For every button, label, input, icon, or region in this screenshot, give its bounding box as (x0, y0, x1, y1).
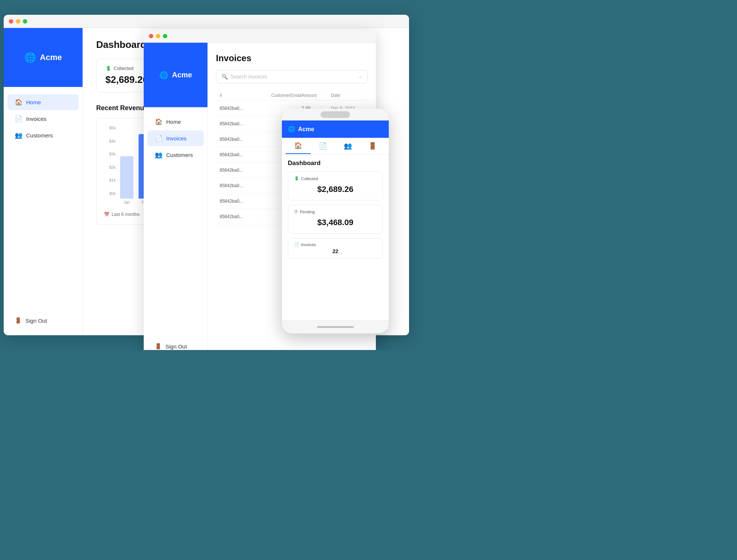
y-label-2k: $2k (104, 165, 116, 169)
row-id: 85842ba0... (220, 199, 271, 204)
collected-value: $2,689.26 (105, 74, 148, 85)
row-id: 85842ba0... (220, 137, 271, 142)
sidebar-invoices-label: Invoices (26, 116, 46, 122)
phone-invoices-card: 📄 Invoices 22 (288, 238, 383, 258)
phone-bottom-bar (282, 320, 389, 333)
home-icon-2: 🏠 (155, 118, 163, 126)
invoices-icon-2: 📄 (155, 134, 163, 142)
invoices-title: Invoices (216, 53, 368, 63)
phone-invoices-label: 📄 Invoices (294, 242, 377, 247)
sidebar-1: 🌐 Acme 🏠 Home 📄 Invoices 👥 Customers (4, 28, 83, 335)
phone-tab-invoices[interactable]: 📄 (311, 138, 336, 154)
y-axis-labels: $0k $1k $2k $3k $4k $5k (104, 126, 116, 204)
titlebar-1 (4, 15, 409, 28)
bar-jan-rect (120, 156, 133, 199)
row-id: 85842ba0... (220, 168, 271, 173)
phone-tabs: 🏠 📄 👥 🚪 (282, 138, 389, 154)
phone-content: Dashboard 💲 Collected $2,689.26 ⏱ Pendin… (282, 154, 389, 320)
sidebar-item-home[interactable]: 🏠 Home (7, 94, 79, 110)
col-amount: Amount (301, 93, 331, 98)
phone-window: 🌐 Acme 🏠 📄 👥 🚪 Dashboard 💲 Collected $2,… (282, 109, 389, 333)
close-button[interactable] (9, 19, 13, 24)
bar-jan: Jan (120, 156, 133, 204)
phone-pending-label: ⏱ Pending (294, 210, 377, 214)
y-label-1k: $1k (104, 178, 116, 182)
sidebar2-bottom: 🚪 Sign Out (144, 334, 207, 350)
sidebar2-item-invoices[interactable]: 📄 Invoices (147, 130, 204, 146)
titlebar-2 (144, 29, 376, 43)
chart-footer-label: Last 6 months (112, 212, 139, 217)
app-name: Acme (40, 53, 62, 62)
phone-pending-value: $3,468.09 (294, 216, 377, 229)
y-label-5k: $5k (104, 126, 116, 130)
sidebar2-item-customers[interactable]: 👥 Customers (147, 147, 204, 163)
home-icon: 🏠 (15, 98, 22, 106)
phone-clock-icon: ⏱ (294, 210, 298, 214)
row-id: 85842ba0... (220, 106, 271, 111)
sidebar-item-invoices[interactable]: 📄 Invoices (7, 111, 79, 127)
app-name-2: Acme (172, 71, 192, 79)
sidebar-logo: 🌐 Acme (4, 28, 83, 87)
phone-collected-card: 💲 Collected $2,689.26 (288, 171, 383, 200)
phone-notch-bar (282, 109, 389, 120)
max-btn-2[interactable] (163, 34, 167, 38)
phone-tab-customers[interactable]: 👥 (335, 138, 360, 154)
sidebar-item-customers[interactable]: 👥 Customers (7, 127, 79, 143)
phone-tab-signout[interactable]: 🚪 (360, 138, 385, 154)
search-arrow-icon: → (357, 74, 362, 80)
sidebar-home-label: Home (26, 99, 41, 105)
y-label-3k: $3k (104, 152, 116, 156)
maximize-button[interactable] (23, 19, 27, 24)
customers-icon-2: 👥 (155, 151, 163, 159)
customers-icon: 👥 (15, 132, 22, 139)
minimize-button[interactable] (16, 19, 20, 24)
phone-notch (321, 111, 350, 118)
sign-out-label-2: Sign Out (165, 343, 187, 350)
globe-icon-3: 🌐 (288, 126, 295, 133)
sign-out-label: Sign Out (25, 318, 47, 324)
row-id: 85842ba0... (220, 121, 271, 126)
close-btn-2[interactable] (149, 34, 153, 38)
phone-header: 🌐 Acme (282, 120, 389, 138)
home-indicator (317, 326, 354, 328)
bar-jan-label: Jan (123, 200, 130, 204)
phone-tab-home[interactable]: 🏠 (286, 138, 311, 154)
col-hash: # (220, 93, 271, 98)
row-id: 85842ba0... (220, 183, 271, 188)
table-header: # Customer Email Amount Date (216, 91, 368, 101)
search-bar[interactable]: 🔍 Search invoices → (216, 70, 368, 83)
col-email: Email (290, 93, 301, 98)
sidebar-nav: 🏠 Home 📄 Invoices 👥 Customers (4, 87, 83, 308)
search-placeholder: Search invoices (231, 74, 267, 80)
sidebar2-logo: 🌐 Acme (144, 43, 207, 107)
sidebar2-invoices-label: Invoices (166, 135, 186, 141)
sidebar-customers-label: Customers (26, 132, 53, 139)
collected-label: 💲 Collected (105, 66, 148, 71)
phone-collected-value: $2,689.26 (294, 183, 377, 196)
sidebar2-item-home[interactable]: 🏠 Home (147, 114, 204, 130)
signout-icon-2: 🚪 (155, 343, 162, 350)
invoices-icon: 📄 (15, 115, 22, 123)
phone-invoices-value: 22 (294, 248, 377, 254)
y-label-0k: $0k (104, 191, 116, 196)
row-id: 85842ba0... (220, 214, 271, 219)
phone-app-name: Acme (298, 126, 314, 133)
phone-pending-card: ⏱ Pending $3,468.09 (288, 205, 383, 234)
sidebar2-nav: 🏠 Home 📄 Invoices 👥 Customers (144, 107, 207, 334)
globe-icon: 🌐 (24, 52, 36, 63)
dollar-icon: 💲 (105, 66, 111, 71)
phone-dollar-icon: 💲 (294, 176, 299, 181)
col-date: Date (331, 93, 364, 98)
sign-out-button[interactable]: 🚪 Sign Out (7, 313, 79, 328)
phone-dashboard-title: Dashboard (288, 160, 383, 167)
globe-icon-2: 🌐 (159, 71, 168, 80)
phone-collected-label: 💲 Collected (294, 176, 377, 181)
sidebar-2: 🌐 Acme 🏠 Home 📄 Invoices 👥 Customers (144, 43, 208, 350)
row-id: 85842ba0... (220, 152, 271, 157)
min-btn-2[interactable] (156, 34, 160, 38)
sidebar2-customers-label: Customers (166, 152, 193, 158)
sidebar-bottom: 🚪 Sign Out (4, 308, 83, 335)
sidebar2-home-label: Home (166, 119, 181, 125)
phone-body: 🌐 Acme 🏠 📄 👥 🚪 Dashboard 💲 Collected $2,… (282, 109, 389, 333)
sign-out-btn-2[interactable]: 🚪 Sign Out (147, 339, 204, 350)
